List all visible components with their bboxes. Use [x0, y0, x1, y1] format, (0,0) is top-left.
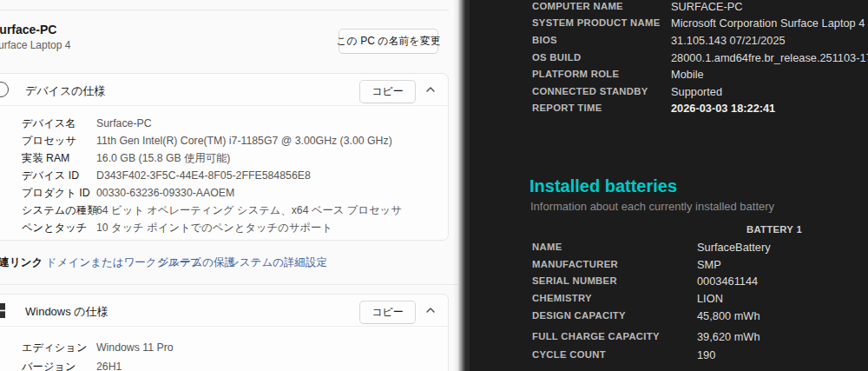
top-divider [0, 10, 449, 10]
spec-value: 26H1 [96, 361, 122, 371]
spec-label: プロセッサ [22, 134, 96, 149]
spec-value: 10 タッチ ポイントでのペンとタッチのサポート [96, 221, 332, 235]
info-label: SYSTEM PRODUCT NAME [532, 17, 661, 28]
device-name-heading: Surface-PC [0, 23, 56, 36]
table-row: BIOS31.105.143 07/21/2025 [466, 31, 868, 49]
related-links-label: 関連リンク [0, 255, 43, 270]
info-value: 28000.1.amd64fre.br_release.251103-1709 [671, 50, 868, 63]
device-specs-title: デバイスの仕様 [25, 83, 106, 99]
battery-value: SurfaceBattery [697, 240, 771, 253]
spec-label: バージョン [22, 360, 96, 371]
table-row: OS BUILD28000.1.amd64fre.br_release.2511… [466, 49, 868, 66]
table-row: SERIAL NUMBER0003461144 [466, 272, 868, 289]
battery-value: 39,620 mWh [697, 330, 760, 343]
battery-label: CHEMISTRY [532, 293, 592, 303]
info-value: SURFACE-PC [671, 0, 742, 12]
windows-specs-title: Windows の仕様 [25, 304, 108, 320]
spec-value: 11th Gen Intel(R) Core(TM) i7-1185G7 @ 3… [96, 135, 392, 147]
table-row: CHEMISTRYLION [466, 289, 868, 307]
info-label: PLATFORM ROLE [532, 69, 619, 79]
spec-label: デバイス名 [22, 116, 96, 131]
spec-row: プロセッサ11th Gen Intel(R) Core(TM) i7-1185G… [22, 132, 441, 149]
report-time-value: 2026-03-03 18:22:41 [671, 102, 775, 115]
device-specs-icon [0, 82, 9, 97]
battery-label: MANUFACTURER [532, 259, 618, 269]
spec-value: Windows 11 Pro [96, 341, 174, 354]
spec-value: 16.0 GB (15.8 GB 使用可能) [96, 151, 230, 166]
spec-label: プロダクト ID [22, 186, 96, 201]
table-row: CONNECTED STANDBYSupported [466, 83, 868, 100]
spec-label: エディション [22, 341, 96, 355]
installed-batteries-subtitle: Information about each currently install… [530, 200, 774, 213]
card-divider [0, 326, 448, 327]
spec-row: デバイス名Surface-PC [22, 115, 441, 132]
system-info-table: COMPUTER NAMESURFACE-PC SYSTEM PRODUCT N… [466, 0, 868, 116]
link-advanced-system-settings[interactable]: システムの詳細設定 [228, 255, 327, 270]
spec-row: バージョン26H1 [22, 357, 441, 371]
info-label: CONNECTED STANDBY [532, 86, 648, 96]
windows-specs-rows: エディションWindows 11 Pro バージョン26H1 [22, 338, 441, 371]
spec-value: D343F402-3F5C-44E4-8F05-2FFE584856E8 [96, 169, 311, 182]
battery-info-table: NAMESurfaceBattery MANUFACTURERSMP SERIA… [466, 238, 868, 323]
table-row: PLATFORM ROLEMobile [466, 65, 868, 83]
spec-label: システムの種類 [22, 203, 96, 218]
table-row: DESIGN CAPACITY45,800 mWh [466, 307, 868, 324]
info-label: OS BUILD [532, 52, 581, 63]
device-specs-rows: デバイス名Surface-PC プロセッサ11th Gen Intel(R) C… [22, 115, 441, 236]
battery-label: DESIGN CAPACITY [532, 310, 626, 321]
window-edge-divider [458, 0, 466, 371]
info-value: Microsoft Corporation Surface Laptop 4 [671, 17, 865, 30]
spec-value: 64 ビット オペレーティング システム、x64 ベース プロセッサ [96, 203, 402, 218]
card-divider [0, 105, 448, 106]
info-value: 31.105.143 07/21/2025 [671, 33, 786, 46]
device-model-subheading: Surface Laptop 4 [0, 39, 70, 51]
battery-value: 0003461144 [697, 275, 758, 288]
spec-row: プロダクト ID00330-63236-09330-AAOEM [22, 184, 441, 202]
windows-specs-card-header[interactable]: Windows の仕様 コピー [0, 295, 448, 326]
settings-about-panel: Surface-PC Surface Laptop 4 この PC の名前を変更… [0, 0, 460, 371]
battery-report-panel: COMPUTER NAMESURFACE-PC SYSTEM PRODUCT N… [466, 0, 868, 371]
battery-value: SMP [697, 257, 721, 270]
table-row: SYSTEM PRODUCT NAMEMicrosoft Corporation… [466, 15, 868, 32]
rename-pc-button[interactable]: この PC の名前を変更 [339, 29, 438, 54]
copy-windows-specs-button[interactable]: コピー [359, 301, 416, 324]
device-specs-card: デバイスの仕様 コピー デバイス名Surface-PC プロセッサ11th Ge… [0, 73, 449, 241]
screen: Surface-PC Surface Laptop 4 この PC の名前を変更… [0, 0, 868, 371]
spec-row: 実装 RAM16.0 GB (15.8 GB 使用可能) [22, 149, 441, 167]
info-label: REPORT TIME [532, 103, 602, 113]
battery-capacity-table: FULL CHARGE CAPACITY39,620 mWh CYCLE COU… [466, 328, 868, 363]
spec-label: デバイス ID [22, 169, 96, 183]
copy-device-specs-button[interactable]: コピー [359, 80, 416, 103]
table-row: FULL CHARGE CAPACITY39,620 mWh [466, 328, 868, 346]
battery-value: 45,800 mWh [697, 308, 760, 321]
windows-specs-card: Windows の仕様 コピー エディションWindows 11 Pro バージ… [0, 294, 449, 371]
spec-label: ペンとタッチ [22, 221, 96, 235]
section-divider [0, 284, 460, 285]
info-value: Supported [671, 84, 722, 97]
battery-value: 190 [697, 348, 715, 361]
battery-label: SERIAL NUMBER [532, 275, 617, 286]
device-specs-card-header[interactable]: デバイスの仕様 コピー [0, 74, 448, 105]
battery-label: NAME [532, 242, 562, 252]
battery-column-header: BATTERY 1 [746, 224, 802, 235]
installed-batteries-heading: Installed batteries [529, 176, 677, 196]
chevron-up-icon[interactable] [424, 304, 437, 316]
table-row: NAMESurfaceBattery [466, 238, 868, 255]
link-system-protection[interactable]: システムの保護 [158, 255, 235, 270]
spec-row: ペンとタッチ10 タッチ ポイントでのペンとタッチのサポート [22, 219, 441, 236]
spec-value: Surface-PC [96, 117, 152, 129]
spec-label: 実装 RAM [22, 151, 96, 166]
windows-logo-icon [0, 303, 5, 318]
table-row: REPORT TIME2026-03-03 18:22:41 [466, 100, 868, 117]
info-label: COMPUTER NAME [532, 1, 623, 11]
spec-row: システムの種類64 ビット オペレーティング システム、x64 ベース プロセッ… [22, 202, 441, 219]
info-value: Mobile [671, 68, 704, 81]
spec-value: 00330-63236-09330-AAOEM [96, 187, 234, 199]
battery-label: FULL CHARGE CAPACITY [532, 331, 660, 341]
table-row: MANUFACTURERSMP [466, 255, 868, 273]
battery-value: LION [697, 291, 723, 304]
spec-row: デバイス IDD343F402-3F5C-44E4-8F05-2FFE58485… [22, 167, 441, 184]
chevron-up-icon[interactable] [424, 83, 437, 96]
table-row: COMPUTER NAMESURFACE-PC [466, 0, 868, 15]
info-label: BIOS [532, 35, 557, 45]
